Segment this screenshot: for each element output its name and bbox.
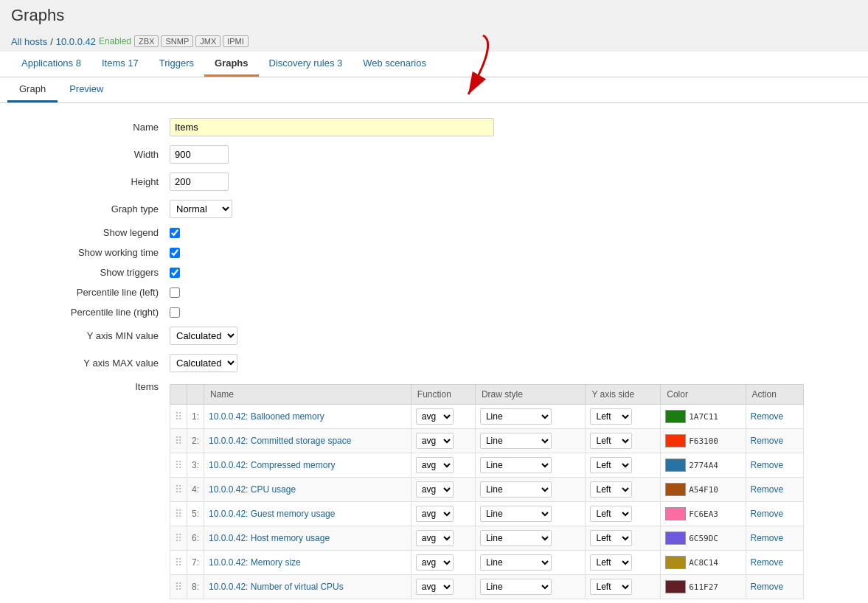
height-input[interactable] <box>170 172 229 191</box>
remove-link[interactable]: Remove <box>751 582 784 592</box>
y-axis-select[interactable]: LeftRight <box>590 481 632 498</box>
drag-handle[interactable]: ⠿ <box>170 405 187 429</box>
name-input[interactable] <box>170 118 494 136</box>
color-cell[interactable]: A54F10 <box>661 478 746 502</box>
drag-handle[interactable]: ⠿ <box>170 478 187 502</box>
color-cell[interactable]: F63100 <box>661 429 746 453</box>
item-name-link[interactable]: 10.0.0.42: Number of virtual CPUs <box>209 582 344 592</box>
table-row: ⠿5:10.0.0.42: Guest memory usageavgminma… <box>170 502 804 526</box>
color-cell[interactable]: 6C59DC <box>661 526 746 551</box>
item-name-link[interactable]: 10.0.0.42: Compressed memory <box>209 460 335 470</box>
function-select[interactable]: avgminmaxalllast <box>416 433 454 449</box>
host-link[interactable]: 10.0.0.42 <box>56 36 96 47</box>
width-row: Width <box>22 145 846 164</box>
show-legend-checkbox[interactable] <box>170 228 180 238</box>
remove-link[interactable]: Remove <box>751 557 784 568</box>
percentile-left-row: Percentile line (left) <box>22 287 846 298</box>
y-axis-select[interactable]: LeftRight <box>590 530 632 546</box>
show-triggers-checkbox[interactable] <box>170 268 180 278</box>
draw-style-select[interactable]: LineFilled regionBold lineDotDashed line… <box>480 433 552 449</box>
draw-style-select[interactable]: LineFilled regionBold lineDotDashed line… <box>480 481 552 498</box>
color-cell[interactable]: FC6EA3 <box>661 502 746 526</box>
remove-link[interactable]: Remove <box>751 460 784 470</box>
function-select[interactable]: avgminmaxalllast <box>416 530 454 546</box>
item-name-link[interactable]: 10.0.0.42: Host memory usage <box>209 533 330 543</box>
function-select[interactable]: avgminmaxalllast <box>416 579 454 595</box>
item-name-link[interactable]: 10.0.0.42: Memory size <box>209 557 301 568</box>
draw-style-cell: LineFilled regionBold lineDotDashed line… <box>475 575 586 599</box>
tab-items[interactable]: Items 17 <box>91 52 149 77</box>
width-input[interactable] <box>170 145 229 164</box>
form-tab-preview[interactable]: Preview <box>58 77 115 102</box>
show-working-time-checkbox[interactable] <box>170 248 180 258</box>
tab-graphs[interactable]: Graphs <box>204 52 259 77</box>
color-cell[interactable]: AC8C14 <box>661 551 746 575</box>
color-cell[interactable]: 1A7C11 <box>661 405 746 429</box>
remove-link[interactable]: Remove <box>751 509 784 519</box>
color-text: 611F27 <box>689 582 718 592</box>
y-axis-select[interactable]: LeftRight <box>590 408 632 425</box>
item-name-link[interactable]: 10.0.0.42: CPU usage <box>209 484 296 495</box>
action-cell: Remove <box>746 478 804 502</box>
remove-link[interactable]: Remove <box>751 411 784 422</box>
color-cell[interactable]: 2774A4 <box>661 453 746 478</box>
color-text: AC8C14 <box>689 558 718 568</box>
tab-applications[interactable]: Applications 8 <box>11 52 91 77</box>
color-text: 6C59DC <box>689 534 718 543</box>
drag-handle[interactable]: ⠿ <box>170 575 187 599</box>
color-text: A54F10 <box>689 485 718 495</box>
y-axis-min-control: Calculated Fixed Item <box>170 327 237 345</box>
drag-handle[interactable]: ⠿ <box>170 502 187 526</box>
percentile-left-checkbox[interactable] <box>170 287 180 298</box>
y-axis-select[interactable]: LeftRight <box>590 579 632 595</box>
show-working-time-row: Show working time <box>22 247 846 258</box>
color-swatch <box>665 531 686 545</box>
item-name-link[interactable]: 10.0.0.42: Ballooned memory <box>209 411 324 422</box>
draw-style-select[interactable]: LineFilled regionBold lineDotDashed line… <box>480 579 552 595</box>
color-cell[interactable]: 611F27 <box>661 575 746 599</box>
drag-handle[interactable]: ⠿ <box>170 429 187 453</box>
item-name-link[interactable]: 10.0.0.42: Committed storage space <box>209 436 351 446</box>
draw-style-select[interactable]: LineFilled regionBold lineDotDashed line… <box>480 457 552 473</box>
height-label: Height <box>22 176 170 187</box>
item-name-link[interactable]: 10.0.0.42: Guest memory usage <box>209 509 335 519</box>
draw-style-select[interactable]: LineFilled regionBold lineDotDashed line… <box>480 408 552 425</box>
draw-style-cell: LineFilled regionBold lineDotDashed line… <box>475 526 586 551</box>
drag-handle[interactable]: ⠿ <box>170 551 187 575</box>
y-axis-min-row: Y axis MIN value Calculated Fixed Item <box>22 327 846 345</box>
drag-handle[interactable]: ⠿ <box>170 453 187 478</box>
tab-triggers[interactable]: Triggers <box>149 52 204 77</box>
form-tab-graph[interactable]: Graph <box>7 77 58 102</box>
y-axis-cell: LeftRight <box>586 478 661 502</box>
draw-style-select[interactable]: LineFilled regionBold lineDotDashed line… <box>480 506 552 522</box>
percentile-right-checkbox[interactable] <box>170 307 180 318</box>
function-select[interactable]: avgminmaxalllast <box>416 408 454 425</box>
y-axis-max-select[interactable]: Calculated Fixed Item <box>170 354 237 372</box>
page-title: Graphs <box>11 6 857 25</box>
remove-link[interactable]: Remove <box>751 436 784 446</box>
remove-link[interactable]: Remove <box>751 533 784 543</box>
y-axis-min-select[interactable]: Calculated Fixed Item <box>170 327 237 345</box>
y-axis-max-label: Y axis MAX value <box>22 358 170 369</box>
row-num: 6: <box>187 526 204 551</box>
color-swatch <box>665 459 686 472</box>
y-axis-select[interactable]: LeftRight <box>590 433 632 449</box>
tab-web[interactable]: Web scenarios <box>353 52 437 77</box>
y-axis-select[interactable]: LeftRight <box>590 457 632 473</box>
draw-style-select[interactable]: LineFilled regionBold lineDotDashed line… <box>480 530 552 546</box>
function-select[interactable]: avgminmaxalllast <box>416 457 454 473</box>
y-axis-select[interactable]: LeftRight <box>590 506 632 522</box>
tag-zbx: ZBX <box>134 35 159 47</box>
y-axis-select[interactable]: LeftRight <box>590 554 632 571</box>
tab-discovery[interactable]: Discovery rules 3 <box>259 52 353 77</box>
function-select[interactable]: avgminmaxalllast <box>416 481 454 498</box>
percentile-right-control <box>170 307 180 318</box>
all-hosts-link[interactable]: All hosts <box>11 36 47 47</box>
drag-handle[interactable]: ⠿ <box>170 526 187 551</box>
function-select[interactable]: avgminmaxalllast <box>416 554 454 571</box>
remove-link[interactable]: Remove <box>751 484 784 495</box>
draw-style-select[interactable]: LineFilled regionBold lineDotDashed line… <box>480 554 552 571</box>
col-color: Color <box>661 385 746 405</box>
graph-type-select[interactable]: Normal Stacked Pie Exploded <box>170 200 232 218</box>
function-select[interactable]: avgminmaxalllast <box>416 506 454 522</box>
